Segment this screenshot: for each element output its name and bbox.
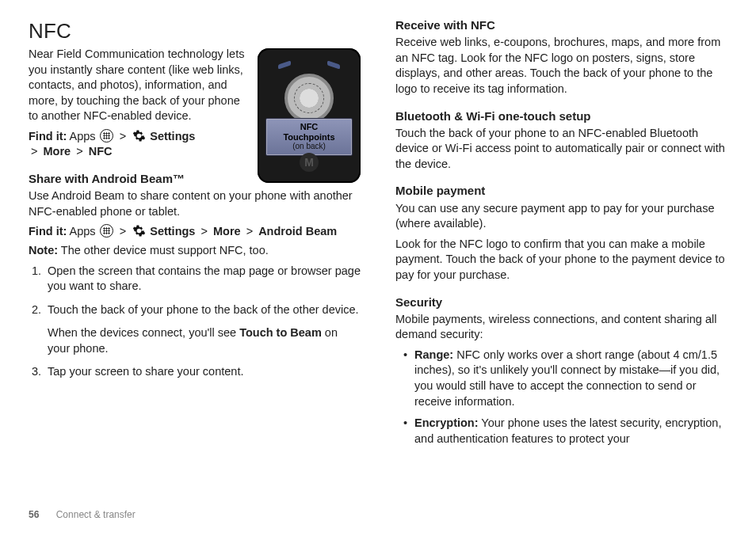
right-column: Receive with NFC Receive web links, e-co… <box>395 17 727 453</box>
section-name: Connect & transfer <box>56 509 136 520</box>
step-1: Open the screen that contains the map pa… <box>44 264 361 295</box>
left-column: NFC NFC Touchpoints (on back) M Near Fie… <box>29 17 361 453</box>
security-list: Range: NFC only works over a short range… <box>395 348 727 447</box>
beam-intro: Use Android Beam to share content on you… <box>29 188 361 219</box>
find-it-path-2: Find it: Apps > Settings > More > Androi… <box>29 224 361 240</box>
apps-icon <box>100 129 113 143</box>
apps-icon <box>100 224 113 238</box>
phone-illustration: NFC Touchpoints (on back) M <box>258 48 361 183</box>
heading-mobile-payment: Mobile payment <box>395 183 727 199</box>
page-number: 56 <box>29 509 39 520</box>
page-footer: 56 Connect & transfer <box>29 509 136 520</box>
step-2: Touch the back of your phone to the back… <box>44 302 361 357</box>
motorola-logo-icon: M <box>300 153 319 172</box>
nfc-touchpoint-label: NFC Touchpoints (on back) <box>265 118 353 156</box>
security-encryption: Encryption: Your phone uses the latest s… <box>407 416 727 447</box>
receive-text: Receive web links, e-coupons, brochures,… <box>395 35 727 97</box>
camera-ring-icon <box>284 74 334 123</box>
security-intro: Mobile payments, wireless connections, a… <box>395 312 727 343</box>
heading-receive: Receive with NFC <box>395 17 727 33</box>
gear-icon <box>132 224 146 238</box>
heading-bt-wifi: Bluetooth & Wi-Fi one-touch setup <box>395 108 727 124</box>
gear-icon <box>132 129 146 143</box>
note-line: Note: The other device must support NFC,… <box>29 243 361 259</box>
step-3: Tap your screen to share your content. <box>44 364 361 380</box>
steps-list: Open the screen that contains the map pa… <box>29 264 361 380</box>
security-range: Range: NFC only works over a short range… <box>407 348 727 409</box>
bt-wifi-text: Touch the back of your phone to an NFC-e… <box>395 126 727 173</box>
page-title: NFC <box>29 17 361 45</box>
heading-security: Security <box>395 295 727 310</box>
payment-text-2: Look for the NFC logo to confirm that yo… <box>395 237 727 283</box>
payment-text-1: You can use any secure payment app to pa… <box>395 201 727 232</box>
